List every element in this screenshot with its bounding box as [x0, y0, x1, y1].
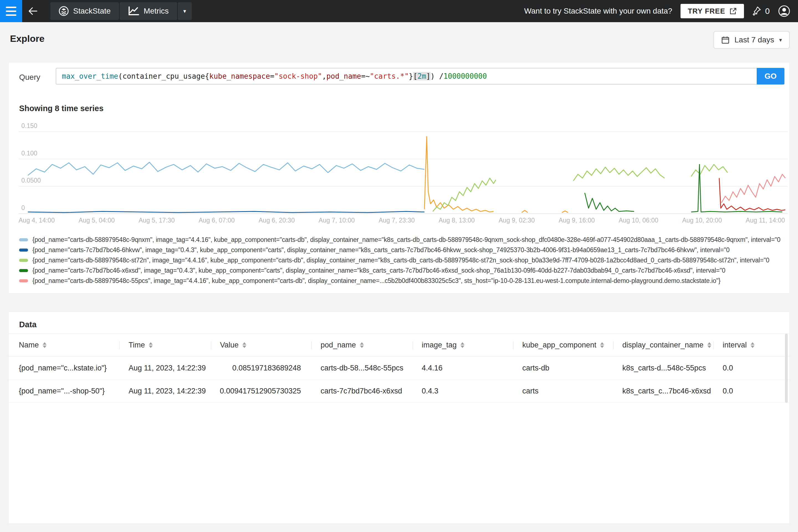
- tab-dropdown-button[interactable]: ▾: [178, 2, 192, 20]
- column-header-interval[interactable]: interval: [714, 341, 790, 349]
- series-line-orange-series: [424, 137, 494, 212]
- promo-text: Want to try StackState with your own dat…: [524, 7, 672, 16]
- legend-item[interactable]: {pod_name="carts-db-588979548c-st72n", i…: [19, 255, 787, 265]
- external-link-icon: [729, 7, 737, 15]
- back-button[interactable]: [22, 0, 43, 22]
- data-title: Data: [19, 320, 37, 329]
- query-token: [: [413, 72, 418, 80]
- series-line-carts-db-588979548c-st72n: [691, 164, 728, 176]
- try-free-button[interactable]: TRY FREE: [681, 4, 744, 18]
- column-header-label: display_container_name: [622, 341, 704, 349]
- time-series-chart[interactable]: Aug 4, 14:00Aug 5, 04:00Aug 5, 17:30Aug …: [8, 119, 790, 230]
- series-line-carts-7c7bd7bc46-x6xsd: [691, 164, 782, 212]
- sort-icon[interactable]: [149, 342, 153, 348]
- series-line-carts-7c7bd7bc46-6hkvw: [28, 211, 424, 212]
- legend-item[interactable]: {pod_name="carts-7c7bd7bc46-6hkvw", imag…: [19, 245, 787, 255]
- hamburger-menu-button[interactable]: [0, 0, 22, 22]
- sort-icon[interactable]: [243, 342, 246, 348]
- table-cell: 0.0: [714, 364, 790, 373]
- query-token: (container_cpu_usage{: [118, 72, 209, 80]
- pin-icon: [752, 6, 761, 16]
- column-header-label: Value: [220, 341, 239, 349]
- user-avatar[interactable]: [778, 5, 790, 17]
- column-header-label: image_tag: [422, 341, 457, 349]
- time-range-label: Last 7 days: [735, 36, 774, 44]
- legend-swatch: [19, 259, 28, 262]
- legend-label: {pod_name="carts-7c7bd7bc46-x6xsd", imag…: [33, 267, 725, 274]
- hamburger-bar: [6, 7, 16, 8]
- table-cell: 4.4.16: [413, 364, 513, 373]
- table-scrollbar[interactable]: [785, 334, 788, 403]
- page: StackState Metrics ▾ Want to try StackSt…: [0, 0, 798, 532]
- tab-metrics[interactable]: Metrics: [120, 2, 177, 20]
- legend-label: {pod_name="carts-db-588979548c-9qnxm", i…: [33, 236, 781, 244]
- sort-icon[interactable]: [360, 342, 364, 348]
- column-header-value[interactable]: Value: [211, 341, 311, 349]
- legend-swatch: [19, 279, 28, 282]
- table-row[interactable]: {pod_name="c...kstate.io"}Aug 11, 2023, …: [8, 357, 790, 380]
- column-header-name[interactable]: Name: [8, 341, 119, 349]
- legend-label: {pod_name="carts-7c7bd7bc46-6hkvw", imag…: [33, 246, 729, 254]
- x-axis-tick-label: Aug 6, 07:00: [199, 217, 235, 224]
- column-header-label: Name: [19, 341, 39, 349]
- data-table: NameTimeValuepod_nameimage_tagkube_app_c…: [8, 334, 790, 403]
- chevron-down-icon: ▾: [779, 37, 782, 43]
- query-token: kube_namespace: [209, 72, 270, 80]
- go-button[interactable]: GO: [757, 68, 784, 84]
- chart-legend: {pod_name="carts-db-588979548c-9qnxm", i…: [19, 235, 787, 286]
- column-header-label: interval: [723, 341, 747, 349]
- x-axis-tick-label: Aug 5, 17:30: [138, 217, 174, 224]
- table-cell: 0.0: [714, 387, 790, 395]
- table-cell: 0.4.3: [413, 387, 513, 395]
- sort-icon[interactable]: [750, 342, 755, 348]
- table-cell: carts-7c7bd7bc46-x6xsd: [311, 387, 413, 395]
- series-line-orange-series: [562, 211, 568, 212]
- x-axis-tick-label: Aug 9, 16:00: [558, 217, 595, 224]
- column-header-kube-app-component[interactable]: kube_app_component: [513, 341, 613, 349]
- navbar-right: Want to try StackState with your own dat…: [524, 4, 798, 18]
- table-row[interactable]: {pod_name="...-shop-50"}Aug 11, 2023, 14…: [8, 380, 790, 403]
- sort-icon[interactable]: [43, 342, 46, 348]
- hamburger-bar: [6, 11, 16, 12]
- calendar-icon: [721, 36, 729, 44]
- x-axis-tick-label: Aug 10, 20:00: [682, 217, 722, 224]
- legend-item[interactable]: {pod_name="carts-db-588979548c-55pcs", i…: [19, 276, 787, 286]
- x-axis-tick-label: Aug 10, 06:00: [619, 217, 658, 224]
- query-token: =~: [361, 72, 369, 80]
- x-axis-tick-label: Aug 7, 23:30: [379, 217, 415, 224]
- sort-icon[interactable]: [600, 342, 604, 348]
- table-cell: {pod_name="c...kstate.io"}: [8, 364, 119, 373]
- stackstate-logo-icon: [59, 6, 69, 16]
- column-header-label: pod_name: [321, 341, 356, 349]
- x-axis-tick-label: Aug 8, 13:00: [439, 217, 475, 224]
- column-header-time[interactable]: Time: [119, 341, 211, 349]
- query-token: ) /: [431, 72, 443, 80]
- chart-canvas: [19, 119, 788, 215]
- x-axis-tick-label: Aug 7, 10:00: [319, 217, 355, 224]
- column-header-pod-name[interactable]: pod_name: [311, 341, 413, 349]
- pin-counter[interactable]: 0: [752, 6, 770, 16]
- query-token: ]: [426, 72, 431, 80]
- tab-stackstate[interactable]: StackState: [51, 2, 119, 20]
- sort-icon[interactable]: [707, 342, 711, 348]
- column-header-display-container-name[interactable]: display_container_name: [613, 341, 714, 349]
- legend-item[interactable]: {pod_name="carts-7c7bd7bc46-x6xsd", imag…: [19, 265, 787, 276]
- nav-tabs: StackState Metrics ▾: [51, 2, 192, 20]
- y-axis-tick-label: 0.150: [21, 122, 37, 130]
- x-axis-tick-label: Aug 4, 14:00: [19, 217, 55, 224]
- query-token: "sock-shop": [274, 72, 322, 80]
- time-range-selector[interactable]: Last 7 days ▾: [714, 31, 790, 49]
- query-input[interactable]: max_over_time(container_cpu_usage{kube_n…: [56, 68, 757, 84]
- chevron-down-icon: ▾: [184, 8, 186, 14]
- series-line-carts-db-588979548c-55pcs: [722, 174, 785, 203]
- table-cell: carts-db: [513, 364, 613, 373]
- column-header-image-tag[interactable]: image_tag: [413, 341, 513, 349]
- back-arrow-icon: [28, 7, 37, 15]
- legend-label: {pod_name="carts-db-588979548c-st72n", i…: [33, 256, 770, 264]
- query-label: Query: [19, 73, 40, 82]
- query-token: =: [270, 72, 274, 80]
- sort-icon[interactable]: [460, 342, 464, 348]
- query-token: 2m: [418, 72, 426, 80]
- x-axis-tick-label: Aug 5, 04:00: [79, 217, 115, 224]
- legend-item[interactable]: {pod_name="carts-db-588979548c-9qnxm", i…: [19, 235, 787, 245]
